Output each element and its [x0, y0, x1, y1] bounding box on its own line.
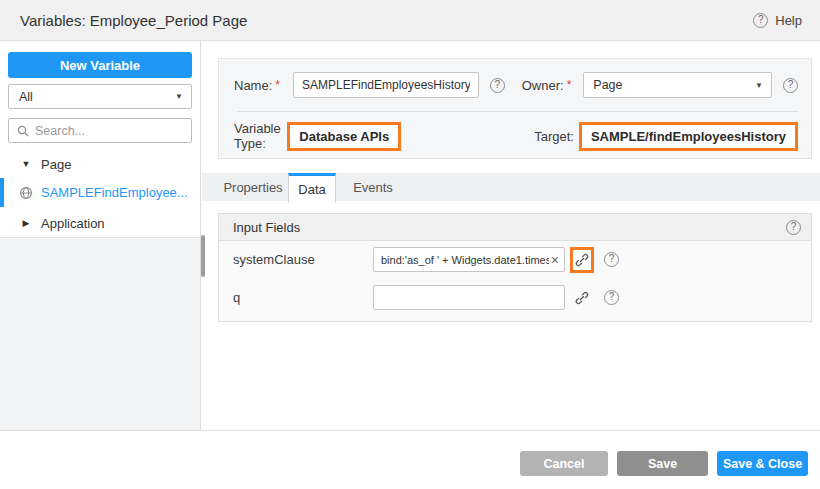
systemclause-value-box: ×	[373, 247, 565, 272]
variable-type-icon	[19, 186, 33, 200]
sidebar-item-selected-variable[interactable]: SAMPLEFindEmployee...	[0, 178, 200, 207]
detail-tab-bar: Properties Data Events	[202, 173, 820, 201]
variable-type-value-highlighted: Database APIs	[287, 122, 401, 151]
tree-collapsed-icon: ▶	[20, 218, 32, 228]
variable-filter-select[interactable]: All ▼	[8, 84, 192, 109]
variable-name-input[interactable]	[293, 72, 479, 98]
help-icon[interactable]: ?	[604, 252, 619, 267]
variable-type-label: Variable Type:	[234, 121, 282, 151]
chevron-down-icon: ▼	[755, 81, 763, 90]
variable-search-box	[8, 118, 192, 143]
divider	[237, 111, 798, 112]
target-label: Target:	[534, 129, 574, 144]
input-fields-header: Input Fields ?	[219, 214, 811, 241]
sidebar-item-application-group[interactable]: ▶ Application	[0, 211, 200, 235]
bind-expression-button-highlighted[interactable]	[570, 247, 594, 273]
q-value-box	[373, 285, 565, 310]
link-icon	[575, 253, 589, 267]
sidebar-empty-area	[0, 237, 200, 430]
required-asterisk: *	[567, 78, 572, 92]
systemclause-input[interactable]	[374, 254, 551, 266]
search-input[interactable]	[35, 124, 191, 138]
field-label: q	[233, 290, 373, 305]
input-field-row-q: q ?	[233, 285, 799, 310]
help-icon: ?	[753, 13, 768, 28]
bind-expression-button[interactable]	[570, 285, 594, 311]
name-owner-row: Name: * ? Owner: * Page ▼ ?	[234, 72, 798, 98]
help-label: Help	[775, 13, 802, 28]
required-asterisk: *	[275, 78, 280, 92]
input-fields-section: Input Fields ? systemClause × ? q	[218, 213, 812, 322]
search-icon	[17, 125, 29, 137]
new-variable-button[interactable]: New Variable	[8, 52, 192, 78]
tree-group-label: Page	[41, 157, 71, 172]
tree-expanded-icon: ▼	[20, 159, 32, 169]
owner-select[interactable]: Page ▼	[583, 72, 772, 98]
tree-group-label: Application	[41, 216, 105, 231]
target-value-highlighted: SAMPLE/findEmployeesHistory	[579, 122, 798, 151]
help-icon[interactable]: ?	[783, 78, 798, 93]
cancel-button[interactable]: Cancel	[520, 451, 608, 476]
chevron-down-icon: ▼	[175, 92, 183, 101]
link-icon	[575, 291, 589, 305]
name-label: Name:	[234, 78, 272, 93]
tab-data[interactable]: Data	[288, 173, 336, 203]
clear-icon[interactable]: ×	[551, 253, 559, 267]
variables-page: Variables: Employee_Period Page ? Help N…	[0, 0, 820, 489]
help-icon[interactable]: ?	[604, 290, 619, 305]
variable-detail-card: Name: * ? Owner: * Page ▼ ? Variable Typ…	[218, 58, 812, 159]
input-fields-title: Input Fields	[233, 220, 300, 235]
tab-properties[interactable]: Properties	[218, 173, 288, 201]
save-and-close-button[interactable]: Save & Close	[717, 451, 808, 476]
field-label: systemClause	[233, 252, 373, 267]
selected-variable-label: SAMPLEFindEmployee...	[41, 185, 188, 200]
action-footer: Cancel Save Save & Close	[0, 430, 820, 489]
filter-selected-value: All	[19, 90, 175, 104]
type-target-row: Variable Type: Database APIs Target: SAM…	[234, 118, 798, 154]
page-header: Variables: Employee_Period Page ? Help	[0, 0, 820, 41]
owner-selected-value: Page	[593, 78, 755, 92]
variables-sidebar: New Variable All ▼ ▼ Page SAMPLEFindEmpl…	[0, 41, 201, 430]
help-icon[interactable]: ?	[490, 78, 505, 93]
page-title: Variables: Employee_Period Page	[20, 12, 247, 29]
help-icon[interactable]: ?	[786, 220, 801, 235]
scrollbar-thumb[interactable]	[201, 235, 205, 277]
sidebar-item-page-group[interactable]: ▼ Page	[0, 152, 200, 176]
help-link[interactable]: ? Help	[753, 0, 802, 41]
tab-events[interactable]: Events	[342, 173, 404, 201]
save-button[interactable]: Save	[617, 451, 708, 476]
q-input[interactable]	[374, 292, 564, 304]
input-field-row-systemclause: systemClause × ?	[233, 247, 799, 272]
owner-label: Owner:	[522, 78, 564, 93]
selected-indicator	[0, 178, 4, 207]
